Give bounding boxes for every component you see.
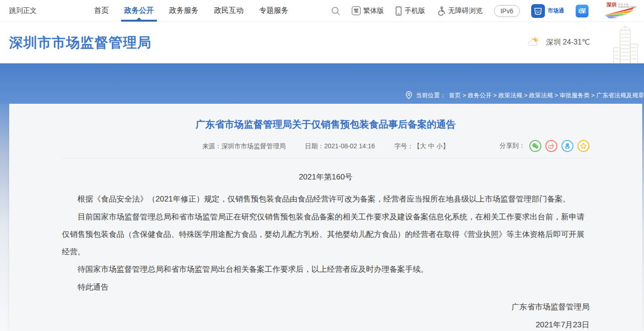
share-label: 分享到： xyxy=(500,142,525,150)
breadcrumb-separator: > xyxy=(553,92,560,99)
mobile-phone-icon xyxy=(395,6,402,16)
breadcrumb-link[interactable]: 广东省法规及规章 xyxy=(596,92,644,99)
meta-source: 来源：深圳市市场监督管理局 xyxy=(202,142,286,151)
breadcrumb-items: 首页 > 政务公开 > 政策法规 > 政策法规 > 审批服务类 > xyxy=(449,91,644,100)
share-qq-icon[interactable] xyxy=(561,140,573,152)
breadcrumb-link[interactable]: 政务公开 xyxy=(468,92,492,99)
breadcrumb-separator: > xyxy=(589,92,596,99)
article-paragraphs: 根据《食品安全法》（2021年修正）规定，仅销售预包装食品由食品经营许可改为备案… xyxy=(62,191,589,296)
nav-item[interactable]: 首页 xyxy=(86,0,117,22)
signature-org: 广东省市场监督管理局 xyxy=(62,298,589,316)
topbar-tools: 繁 繁体版 手机版 无障碍浏览 IPv6 xyxy=(331,0,638,22)
article-paragraph: 特此通告 xyxy=(62,279,589,296)
breadcrumb-separator: > xyxy=(461,92,468,99)
nav-item-label: 政民互动 xyxy=(214,6,244,16)
topbar: 跳到正文 首页 政务公开 政务服务 政民互动 专题服务 xyxy=(0,0,644,22)
breadcrumb: 当前位置： 首页 > 政务公开 > 政策法规 > 政策法规 > xyxy=(405,91,644,100)
ishenzhen-app-icon[interactable]: i深 xyxy=(576,5,588,17)
share-weibo-icon[interactable] xyxy=(545,140,557,152)
nav-item-label: 政务公开 xyxy=(124,6,154,16)
market-app-icon xyxy=(531,4,545,18)
accessibility-button[interactable]: 无障碍浏览 xyxy=(437,6,483,16)
nav-item-label: 首页 xyxy=(94,6,109,16)
skip-to-content-link[interactable]: 跳到正文 xyxy=(9,0,37,22)
market-app-link[interactable]: 市场通 xyxy=(531,4,564,18)
breadcrumb-link[interactable]: 审批服务类 xyxy=(560,92,589,99)
svg-text:SHENZHEN CHINA: SHENZHEN CHINA xyxy=(618,6,637,8)
nav-item-label: 政务服务 xyxy=(169,6,199,16)
traditional-badge-icon: 繁 xyxy=(352,6,361,15)
meta-date: 日期：2021-08-02 14:16 xyxy=(305,142,375,151)
shenzhen-china-logo: 深圳 政 务 在 线 SHENZHEN CHINA xyxy=(600,1,638,21)
location-pin-icon xyxy=(405,91,413,100)
breadcrumb-link[interactable]: 政策法规 xyxy=(499,92,522,99)
nav-item[interactable]: 政务公开 xyxy=(117,0,161,22)
traditional-version-button[interactable]: 繁 繁体版 xyxy=(352,6,384,15)
article-title: 广东省市场监督管理局关于仅销售预包装食品事后备案的通告 xyxy=(62,118,589,131)
building-illustration xyxy=(608,25,641,64)
article-paragraph: 根据《食品安全法》（2021年修正）规定，仅销售预包装食品由食品经营许可改为备案… xyxy=(62,191,589,208)
main-nav: 首页 政务公开 政务服务 政民互动 专题服务 xyxy=(86,0,296,22)
site-header: 深圳市市场监督管理局 深圳 24-31℃ xyxy=(0,22,644,63)
breadcrumb-link[interactable]: 政策法规 xyxy=(529,92,553,99)
site-title: 深圳市市场监督管理局 xyxy=(9,34,151,52)
article: 广东省市场监督管理局关于仅销售预包装食品事后备案的通告 来源：深圳市市场监督管理… xyxy=(9,104,642,331)
share-favorite-icon[interactable] xyxy=(577,140,589,152)
weather-text: 深圳 24-31℃ xyxy=(546,38,590,47)
article-meta-row: 来源：深圳市市场监督管理局 日期：2021-08-02 14:16 字号：【大 … xyxy=(62,142,589,158)
nav-item[interactable]: 政民互动 xyxy=(206,0,251,22)
article-body: 2021年第160号 根据《食品安全法》（2021年修正）规定，仅销售预包装食品… xyxy=(62,169,589,331)
signature-date: 2021年7月23日 xyxy=(62,316,589,331)
mobile-version-button[interactable]: 手机版 xyxy=(395,6,425,16)
share-bar: 分享到： xyxy=(500,140,589,152)
weather-widget: 深圳 24-31℃ xyxy=(527,37,590,48)
nav-item-label: 专题服务 xyxy=(259,6,289,16)
weather-partly-cloudy-icon xyxy=(527,37,541,48)
article-paragraph: 待国家市场监督管理总局和省市场监管局出台相关备案工作要求后，以上经营者应及时办理… xyxy=(62,261,589,278)
nav-item[interactable]: 专题服务 xyxy=(251,0,296,22)
banner: 当前位置： 首页 > 政务公开 > 政策法规 > 政策法规 > xyxy=(0,63,644,104)
content-card: 广东省市场监督管理局关于仅销售预包装食品事后备案的通告 来源：深圳市市场监督管理… xyxy=(9,104,642,331)
share-wechat-icon[interactable] xyxy=(529,140,541,152)
search-icon xyxy=(331,6,340,16)
article-paragraph: 目前国家市场监督管理总局和省市场监管局正在研究仅销售预包装食品备案的相关工作要求… xyxy=(62,208,589,261)
nav-item[interactable]: 政务服务 xyxy=(161,0,206,22)
logo-cn-text: 深圳 xyxy=(606,2,616,7)
ipv6-badge[interactable]: IPv6 xyxy=(494,5,520,17)
search-button[interactable] xyxy=(331,6,340,16)
breadcrumb-separator: > xyxy=(492,92,499,99)
breadcrumb-link[interactable]: 首页 xyxy=(449,92,461,99)
breadcrumb-separator: > xyxy=(522,92,529,99)
meta-fontsize-control[interactable]: 字号：【大 中 小】 xyxy=(394,142,449,151)
signature-block: 广东省市场监督管理局 2021年7月23日 xyxy=(62,298,589,331)
breadcrumb-prefix: 当前位置： xyxy=(416,91,446,100)
page-background: 广东省市场监督管理局关于仅销售预包装食品事后备案的通告 来源：深圳市市场监督管理… xyxy=(0,104,644,331)
accessibility-wheelchair-icon xyxy=(437,6,445,16)
svg-text:政 务 在 线: 政 务 在 线 xyxy=(618,3,628,6)
doc-number: 2021年第160号 xyxy=(62,169,589,185)
